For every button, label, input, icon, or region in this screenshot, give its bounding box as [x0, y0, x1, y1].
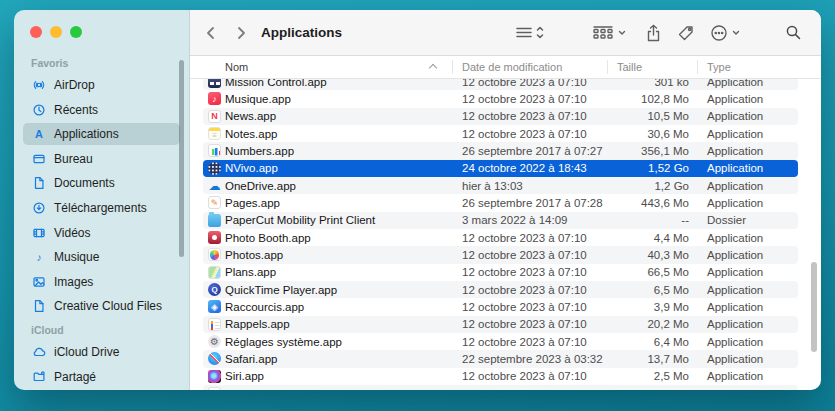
- column-separator[interactable]: [697, 60, 698, 74]
- file-row[interactable]: Notes.app12 octobre 2023 à 07:1030,6 MoA…: [203, 125, 798, 142]
- file-row[interactable]: Photo Booth.app12 octobre 2023 à 07:104,…: [203, 229, 798, 246]
- file-row[interactable]: Safari.app22 septembre 2023 à 03:3213,7 …: [203, 350, 798, 367]
- file-type: Application: [697, 128, 798, 140]
- file-type: Application: [697, 318, 798, 330]
- close-button[interactable]: [30, 26, 42, 38]
- back-icon: [203, 25, 219, 41]
- file-date: 12 octobre 2023 à 07:10: [452, 128, 607, 140]
- finder-window: FavorisAirDropRécentsAApplicationsBureau…: [14, 10, 821, 390]
- file-name: Siri.app: [225, 370, 264, 382]
- sidebar-section-header: iCloud: [23, 323, 180, 337]
- file-name: Photo Booth.app: [225, 232, 311, 244]
- back-button[interactable]: [203, 10, 219, 55]
- cloud-file-icon: [31, 299, 47, 313]
- sidebar-item-icloud-drive[interactable]: iCloud Drive: [23, 341, 180, 363]
- sidebar-item-applications[interactable]: AApplications: [23, 123, 180, 145]
- file-size: 1,2 Go: [607, 180, 697, 192]
- minimize-button[interactable]: [50, 26, 62, 38]
- sidebar-scrollbar[interactable]: [179, 60, 184, 257]
- toolbar: Applications: [190, 10, 821, 56]
- tag-button[interactable]: [677, 10, 695, 55]
- file-row[interactable]: Mission Control.app12 octobre 2023 à 07:…: [203, 79, 798, 90]
- column-header-taille[interactable]: Taille: [617, 56, 642, 78]
- file-name: Photos.app: [225, 249, 283, 261]
- file-name-cell: Pages.app: [203, 194, 452, 211]
- sidebar-item-videos[interactable]: Vidéos: [23, 222, 180, 244]
- file-row[interactable]: Numbers.app26 septembre 2017 à 07:27356,…: [203, 142, 798, 159]
- list-scrollbar[interactable]: [811, 262, 817, 352]
- zoom-button[interactable]: [70, 26, 82, 38]
- file-date: 12 octobre 2023 à 07:10: [452, 249, 607, 261]
- sidebar-item-recents[interactable]: Récents: [23, 99, 180, 121]
- file-size: 443,6 Mo: [607, 197, 697, 209]
- sidebar-item-images[interactable]: Images: [23, 271, 180, 293]
- file-name-cell: Plans.app: [203, 264, 452, 281]
- music-note-icon: ♪: [31, 250, 47, 264]
- file-row[interactable]: Pages.app26 septembre 2017 à 07:28443,6 …: [203, 194, 798, 211]
- group-button[interactable]: [591, 10, 627, 55]
- sidebar-item-documents[interactable]: Documents: [23, 172, 180, 194]
- file-list: Mission Control.app12 octobre 2023 à 07:…: [190, 79, 821, 390]
- file-size: 40,3 Mo: [607, 249, 697, 261]
- svg-text:A: A: [35, 128, 43, 140]
- file-date: 12 octobre 2023 à 07:10: [452, 301, 607, 313]
- sidebar-item-musique[interactable]: ♪Musique: [23, 246, 180, 268]
- column-header-date[interactable]: Date de modification: [462, 56, 562, 78]
- photo-booth-icon: [208, 231, 221, 244]
- svg-text:♪: ♪: [36, 251, 41, 263]
- file-row[interactable]: Raccourcis.app12 octobre 2023 à 07:103,9…: [203, 298, 798, 315]
- file-row[interactable]: TextEdit.app12 octobre 2023 à 07:108,6 M…: [203, 385, 798, 390]
- file-type: Application: [697, 197, 798, 209]
- file-size: 10,5 Mo: [607, 110, 697, 122]
- file-row[interactable]: Photos.app12 octobre 2023 à 07:1040,3 Mo…: [203, 246, 798, 263]
- file-type: Application: [697, 93, 798, 105]
- column-header-nom[interactable]: Nom: [225, 56, 248, 78]
- file-date: 12 octobre 2023 à 07:10: [452, 266, 607, 278]
- file-size: 6,5 Mo: [607, 284, 697, 296]
- plans-icon: [208, 266, 221, 279]
- file-name: Pages.app: [225, 197, 280, 209]
- search-button[interactable]: [785, 10, 802, 55]
- file-name-cell: Musique.app: [203, 90, 452, 107]
- file-name: Numbers.app: [225, 145, 294, 157]
- sidebar-item-partage[interactable]: Partagé: [23, 366, 180, 388]
- file-row[interactable]: Rappels.app12 octobre 2023 à 07:1020,2 M…: [203, 316, 798, 333]
- view-mode-button[interactable]: [515, 10, 545, 55]
- file-row[interactable]: QuickTime Player.app12 octobre 2023 à 07…: [203, 281, 798, 298]
- file-row[interactable]: Musique.app12 octobre 2023 à 07:10102,8 …: [203, 90, 798, 107]
- notes-icon: [208, 127, 221, 140]
- file-type: Application: [697, 336, 798, 348]
- file-name: Safari.app: [225, 353, 277, 365]
- file-row[interactable]: Plans.app12 octobre 2023 à 07:1066,5 MoA…: [203, 264, 798, 281]
- file-row[interactable]: Réglages système.app12 octobre 2023 à 07…: [203, 333, 798, 350]
- musique-icon: [208, 92, 221, 105]
- column-header-type[interactable]: Type: [707, 56, 731, 78]
- file-date: 12 octobre 2023 à 07:10: [452, 93, 607, 105]
- sidebar-item-bureau[interactable]: Bureau: [23, 148, 180, 170]
- sidebar-section-header: Favoris: [23, 56, 180, 70]
- sidebar-item-telechargements[interactable]: Téléchargements: [23, 197, 180, 219]
- file-name: TextEdit.app: [225, 388, 288, 390]
- sort-ascending-icon: [429, 64, 437, 72]
- file-size: 6,4 Mo: [607, 336, 697, 348]
- file-row[interactable]: OneDrive.apphier à 13:031,2 GoApplicatio…: [203, 177, 798, 194]
- file-row[interactable]: NVivo.app24 octobre 2022 à 18:431,52 GoA…: [203, 160, 798, 177]
- more-button[interactable]: [709, 10, 741, 55]
- column-separator[interactable]: [452, 60, 453, 74]
- file-row[interactable]: News.app12 octobre 2023 à 07:1010,5 MoAp…: [203, 108, 798, 125]
- sidebar-item-airdrop[interactable]: AirDrop: [23, 74, 180, 96]
- sidebar-item-label: Applications: [54, 127, 119, 141]
- forward-button[interactable]: [233, 10, 249, 55]
- file-type: Application: [697, 232, 798, 244]
- file-type: Application: [697, 110, 798, 122]
- column-separator[interactable]: [607, 60, 608, 74]
- file-date: 3 mars 2022 à 14:09: [452, 214, 607, 226]
- file-date: 12 octobre 2023 à 07:10: [452, 232, 607, 244]
- file-row[interactable]: Siri.app12 octobre 2023 à 07:102,5 MoApp…: [203, 368, 798, 385]
- sidebar-item-creative-cloud-files[interactable]: Creative Cloud Files: [23, 295, 180, 317]
- file-name: NVivo.app: [225, 162, 278, 174]
- applications-icon: A: [31, 127, 47, 141]
- sidebar-sections: FavorisAirDropRécentsAApplicationsBureau…: [14, 10, 189, 388]
- share-button[interactable]: [645, 10, 662, 55]
- file-row[interactable]: ›PaperCut Mobility Print Client3 mars 20…: [203, 212, 798, 229]
